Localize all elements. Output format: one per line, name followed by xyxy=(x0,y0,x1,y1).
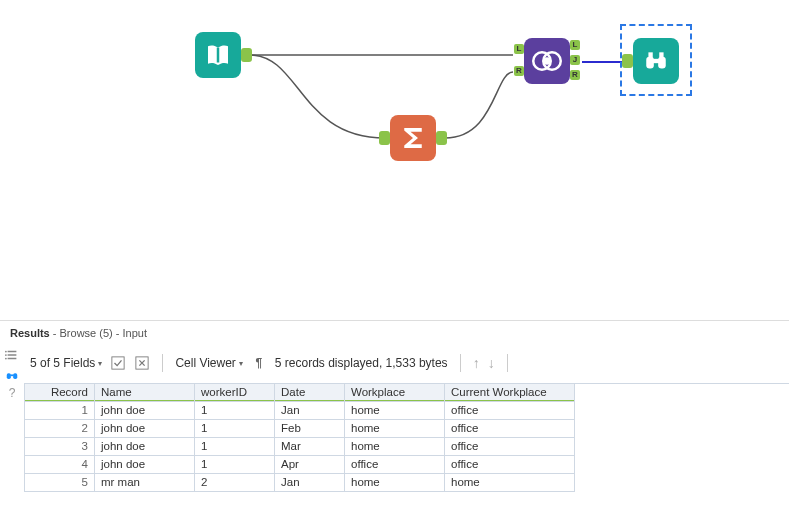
results-left-rail xyxy=(0,343,24,383)
col-header-record[interactable]: Record xyxy=(25,384,95,402)
workflow-canvas[interactable]: L R L J R xyxy=(0,0,789,320)
results-toolbar: 5 of 5 Fields ▾ Cell Viewer ▾ ¶ 5 record… xyxy=(24,343,789,383)
list-icon[interactable] xyxy=(4,347,20,363)
fields-label: 5 of 5 Fields xyxy=(30,356,95,370)
join-out-J[interactable]: J xyxy=(570,55,580,65)
results-subtitle: - Browse (5) - Input xyxy=(50,327,147,339)
svg-rect-14 xyxy=(10,374,14,376)
table-row[interactable]: 5 mr man 2 Jan home home xyxy=(25,474,789,492)
col-header-workplace[interactable]: Workplace xyxy=(345,384,445,402)
cell-viewer-dropdown[interactable]: Cell Viewer ▾ xyxy=(175,356,242,370)
table-row[interactable]: 1 john doe 1 Jan home office xyxy=(25,402,789,420)
svg-point-3 xyxy=(543,57,551,65)
svg-rect-13 xyxy=(13,373,17,379)
node-browse[interactable] xyxy=(633,38,679,84)
chevron-down-icon: ▾ xyxy=(239,359,243,368)
output-anchor[interactable] xyxy=(241,48,252,62)
join-in-R[interactable]: R xyxy=(514,66,524,76)
join-out-R[interactable]: R xyxy=(570,70,580,80)
checkbox-select-icon[interactable] xyxy=(110,355,126,371)
table-row[interactable]: 4 john doe 1 Apr office office xyxy=(25,456,789,474)
svg-rect-12 xyxy=(7,373,11,379)
svg-rect-5 xyxy=(658,57,666,69)
results-panel-title: Results - Browse (5) - Input xyxy=(0,320,789,343)
help-icon[interactable]: ? xyxy=(4,385,20,401)
svg-rect-7 xyxy=(648,52,652,57)
table-row[interactable]: 3 john doe 1 Mar home office xyxy=(25,438,789,456)
open-book-icon xyxy=(203,40,233,70)
results-table[interactable]: Record Name workerID Date Workplace Curr… xyxy=(24,383,789,492)
svg-point-10 xyxy=(5,354,7,356)
node-summarize[interactable] xyxy=(390,115,436,161)
svg-rect-4 xyxy=(646,57,654,69)
binoculars-icon xyxy=(643,48,669,74)
arrow-up-icon[interactable]: ↑ xyxy=(473,355,480,371)
join-icon xyxy=(532,46,562,76)
separator xyxy=(460,354,461,372)
input-anchor[interactable] xyxy=(622,54,633,68)
svg-point-9 xyxy=(5,351,7,353)
input-anchor[interactable] xyxy=(379,131,390,145)
svg-rect-8 xyxy=(659,52,663,57)
col-header-name[interactable]: Name xyxy=(95,384,195,402)
results-title: Results xyxy=(10,327,50,339)
output-anchor[interactable] xyxy=(436,131,447,145)
table-row[interactable]: 2 john doe 1 Feb home office xyxy=(25,420,789,438)
status-text: 5 records displayed, 1,533 bytes xyxy=(275,356,448,370)
node-join[interactable]: L R L J R xyxy=(524,38,570,84)
join-in-L[interactable]: L xyxy=(514,44,524,54)
col-header-date[interactable]: Date xyxy=(275,384,345,402)
arrow-down-icon[interactable]: ↓ xyxy=(488,355,495,371)
svg-rect-15 xyxy=(112,357,124,369)
separator xyxy=(507,354,508,372)
svg-point-11 xyxy=(5,358,7,360)
svg-rect-6 xyxy=(653,59,660,63)
pilcrow-icon[interactable]: ¶ xyxy=(251,355,267,371)
separator xyxy=(162,354,163,372)
deselect-icon[interactable] xyxy=(134,355,150,371)
cell-viewer-label: Cell Viewer xyxy=(175,356,235,370)
node-input-data[interactable] xyxy=(195,32,241,78)
table-header-row: Record Name workerID Date Workplace Curr… xyxy=(25,384,789,402)
binoculars-tab-icon[interactable] xyxy=(4,367,20,383)
sigma-icon xyxy=(398,123,428,153)
fields-dropdown[interactable]: 5 of 5 Fields ▾ xyxy=(30,356,102,370)
join-out-L[interactable]: L xyxy=(570,40,580,50)
col-header-current-workplace[interactable]: Current Workplace xyxy=(445,384,575,402)
svg-rect-0 xyxy=(217,48,220,63)
chevron-down-icon: ▾ xyxy=(98,359,102,368)
col-header-workerid[interactable]: workerID xyxy=(195,384,275,402)
